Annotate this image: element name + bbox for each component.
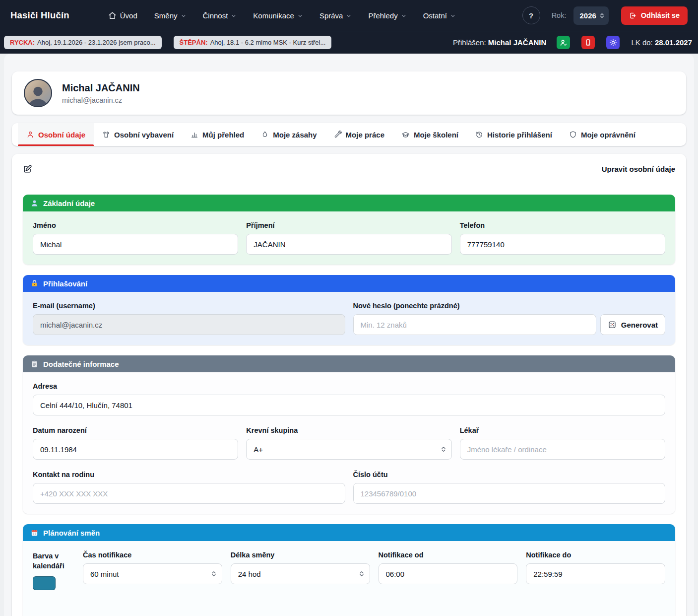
field-doctor: Lékař	[460, 426, 665, 460]
edit-pencil-icon[interactable]	[23, 164, 32, 174]
nav-item-smeny[interactable]: Směny	[154, 11, 186, 20]
doctor-label: Lékař	[460, 426, 665, 434]
message-chip[interactable]: ŠTĚPÁN: Ahoj, 18.1 - 6.2 mimo MSK - Kurz…	[174, 36, 332, 49]
bank-account-input[interactable]	[353, 483, 666, 504]
tab-historie-prihlaseni[interactable]: Historie přihlášení	[467, 123, 561, 146]
last-name-input[interactable]	[246, 234, 451, 255]
address-input[interactable]	[33, 395, 665, 415]
last-name-label: Příjmení	[246, 221, 451, 229]
tab-osobni-udaje[interactable]: Osobní údaje	[18, 123, 94, 146]
email-input	[33, 314, 345, 335]
year-select[interactable]: 2026	[573, 6, 608, 25]
status-bar: RYCKA: Ahoj, 19.1.2026 - 23.1.2026 jsem …	[0, 31, 698, 54]
notify-to-input[interactable]	[526, 563, 665, 584]
tab-moje-opravneni[interactable]: Moje oprávnění	[561, 123, 644, 146]
updown-chevron-icon	[440, 446, 447, 453]
profile-tabs: Osobní údaje Osobní vybavení Můj přehled…	[12, 123, 686, 146]
tab-moje-zasahy[interactable]: Moje zásahy	[253, 123, 325, 146]
profile-name: Michal JAČANIN	[62, 82, 140, 94]
address-label: Adresa	[33, 382, 665, 390]
nav-item-prehledy[interactable]: Přehledy	[368, 11, 406, 20]
email-label: E-mail (username)	[33, 302, 345, 310]
phone-icon	[584, 39, 592, 46]
logged-in-text: Přihlášen: Michal JAČANIN	[453, 38, 546, 47]
nav-item-label: Úvod	[120, 11, 137, 20]
tab-label: Osobní údaje	[38, 131, 85, 139]
lock-icon	[30, 279, 39, 288]
nav-item-cinnost[interactable]: Činnost	[203, 11, 237, 20]
logout-button[interactable]: Odhlásit se	[621, 6, 688, 25]
status-right-cluster: Přihlášen: Michal JAČANIN LK do: 28.01.2…	[453, 36, 692, 49]
shift-length-select[interactable]: 24 hod	[231, 563, 370, 584]
field-notify-to: Notifikace do	[526, 551, 665, 590]
field-email: E-mail (username)	[33, 302, 345, 335]
section-login-body: E-mail (username) Nové heslo (ponechte p…	[23, 292, 675, 345]
calendar-color-swatch[interactable]	[33, 576, 56, 590]
field-phone: Telefon	[460, 221, 665, 255]
updown-chevron-icon	[358, 570, 365, 577]
section-login: Přihlašování E-mail (username) Nové hesl…	[23, 275, 675, 345]
nav-item-label: Činnost	[203, 11, 228, 20]
tab-moje-skoleni[interactable]: Moje školení	[393, 123, 467, 146]
nav-item-uvod[interactable]: Úvod	[108, 11, 137, 20]
first-name-input[interactable]	[33, 234, 238, 255]
notify-from-input[interactable]	[379, 563, 518, 584]
brand-logo[interactable]: Hasiči Hlučín	[10, 10, 69, 21]
notify-time-select[interactable]: 60 minut	[83, 563, 222, 584]
logged-in-user: Michal JAČANIN	[488, 38, 547, 47]
logout-icon	[629, 12, 636, 19]
logged-in-label: Přihlášen:	[453, 38, 486, 47]
nav-item-sprava[interactable]: Správa	[319, 11, 352, 20]
lk-label: LK do:	[631, 38, 652, 47]
home-icon	[108, 11, 117, 20]
updown-chevron-icon	[210, 570, 217, 577]
nav-item-label: Správa	[319, 11, 343, 20]
message-chip[interactable]: RYCKA: Ahoj, 19.1.2026 - 23.1.2026 jsem …	[4, 36, 162, 49]
shift-length-label: Délka směny	[231, 551, 370, 559]
section-basic-header: Základní údaje	[23, 195, 675, 211]
profile-card: Michal JAČANIN michal@jacanin.cz	[12, 71, 686, 115]
chevron-down-icon	[401, 13, 406, 18]
field-calendar-color: Barva v kalendáři	[33, 551, 74, 590]
birth-date-label: Datum narození	[33, 426, 238, 434]
lk-expiry-text: LK do: 28.01.2027	[631, 38, 692, 47]
section-title: Základní údaje	[43, 199, 95, 207]
nav-item-ostatni[interactable]: Ostatní	[423, 11, 455, 20]
new-password-input[interactable]	[353, 314, 596, 335]
family-contact-label: Kontakt na rodinu	[33, 471, 345, 479]
field-family-contact: Kontakt na rodinu	[33, 471, 345, 504]
chevron-down-icon	[346, 13, 351, 18]
main-nav: Úvod Směny Činnost Komunikace Správa Pře…	[108, 11, 455, 20]
field-shift-length: Délka směny 24 hod	[231, 551, 370, 590]
family-contact-input[interactable]	[33, 483, 345, 504]
nav-item-komunikace[interactable]: Komunikace	[253, 11, 303, 20]
content-panel: Michal JAČANIN michal@jacanin.cz Osobní …	[4, 54, 694, 616]
phone-button[interactable]	[581, 36, 595, 49]
generate-password-button[interactable]: Generovat	[600, 314, 665, 335]
doctor-input[interactable]	[460, 439, 665, 460]
section-planning-body: Barva v kalendáři Čas notifikace 60 minu…	[23, 541, 675, 616]
nav-item-label: Směny	[154, 11, 178, 20]
row-birth-blood-doctor: Datum narození Krevní skupina A+	[33, 426, 665, 460]
sun-icon	[609, 39, 617, 47]
section-basic-body: Jméno Příjmení Telefon	[23, 211, 675, 265]
help-button[interactable]: ?	[522, 6, 540, 24]
tab-moje-prace[interactable]: Moje práce	[325, 123, 393, 146]
birth-date-input[interactable]	[33, 439, 238, 460]
nav-item-label: Ostatní	[423, 11, 447, 20]
section-additional-info: Dodatečné informace Adresa Datum narozen…	[23, 355, 675, 514]
theme-button[interactable]	[606, 36, 620, 49]
bank-account-label: Číslo účtu	[353, 471, 666, 479]
field-notify-from: Notifikace od	[379, 551, 518, 590]
tab-muj-prehled[interactable]: Můj přehled	[182, 123, 253, 146]
edit-personal-data-link[interactable]: Upravit osobní údaje	[602, 165, 675, 173]
tab-label: Historie přihlášení	[487, 131, 552, 139]
tab-label: Moje práce	[346, 131, 384, 139]
tab-osobni-vybaveni[interactable]: Osobní vybavení	[94, 123, 182, 146]
message-text: Ahoj, 18.1 - 6.2 mimo MSK - Kurz střel..…	[210, 39, 326, 46]
field-bank-account: Číslo účtu	[353, 471, 666, 504]
user-status-button[interactable]	[557, 36, 570, 49]
row-address: Adresa	[33, 382, 665, 415]
blood-type-select[interactable]: A+	[246, 439, 451, 460]
phone-input[interactable]	[460, 234, 665, 255]
